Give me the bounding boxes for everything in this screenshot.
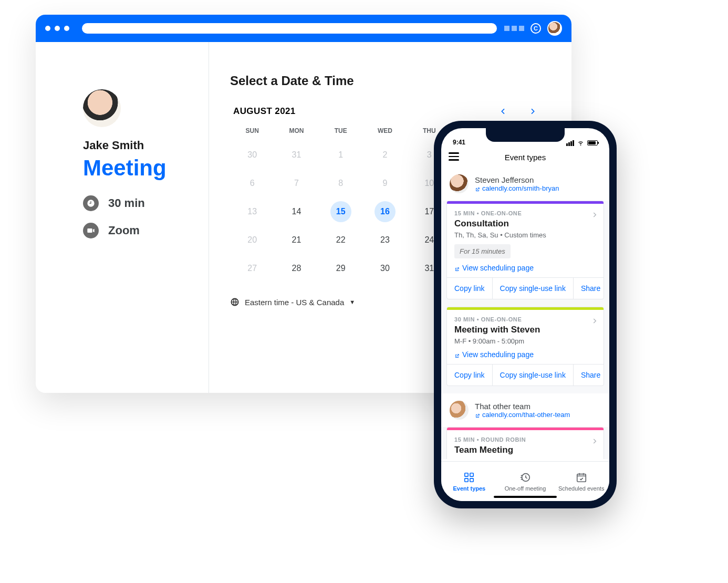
next-month-button[interactable] — [528, 107, 537, 116]
home-indicator[interactable] — [494, 496, 557, 498]
prev-month-button[interactable] — [499, 107, 507, 116]
team-avatar — [450, 401, 469, 420]
calendar-day: 14 — [274, 197, 318, 226]
svg-rect-5 — [577, 474, 586, 482]
event-list[interactable]: Steven Jeffersoncalendly.com/smith-bryan… — [441, 167, 609, 459]
external-link-icon — [475, 412, 480, 418]
calendar-day: 29 — [319, 254, 363, 283]
signal-icon — [566, 140, 574, 146]
app-header: Event types — [441, 148, 609, 167]
card-body[interactable]: 30 MIN • ONE-ON-ONEMeeting with StevenM-… — [447, 310, 604, 364]
location-text: Zoom — [108, 224, 140, 237]
chevron-right-icon — [591, 317, 598, 327]
calendar-day: 21 — [274, 226, 318, 254]
tab-scheduled[interactable]: Scheduled events — [553, 462, 609, 501]
card-action[interactable]: Share — [574, 278, 604, 299]
clock-icon — [83, 195, 99, 211]
view-scheduling-link[interactable]: View scheduling page — [454, 264, 596, 272]
tab-one-off[interactable]: One-off meeting — [497, 462, 554, 501]
card-action[interactable]: Copy link — [447, 278, 493, 299]
card-body[interactable]: 15 MIN • ROUND ROBINTeam Meeting — [447, 430, 604, 459]
user-avatar — [450, 174, 469, 193]
card-note: For 15 minutes — [454, 244, 511, 258]
host-avatar — [83, 89, 121, 127]
card-action[interactable]: Copy link — [447, 365, 493, 386]
calendar-day: 30 — [363, 254, 407, 283]
brand-icon[interactable]: C — [531, 23, 541, 34]
browser-toolbar: C — [36, 15, 571, 42]
card-body[interactable]: 15 MIN • ONE-ON-ONEConsultationTh, Th, S… — [447, 204, 604, 277]
user-link[interactable]: calendly.com/smith-bryan — [475, 184, 559, 192]
calendar-day: 7 — [274, 169, 318, 197]
calendar-day: 22 — [319, 226, 363, 254]
external-link-icon — [475, 186, 480, 191]
card-action[interactable]: Share — [574, 365, 604, 386]
card-subtitle: M-F • 9:00am - 5:00pm — [454, 337, 596, 345]
select-date-heading: Select a Date & Time — [230, 74, 540, 88]
toolbar-right: C — [504, 21, 562, 36]
tab-bar: Event types One-off meeting Scheduled ev… — [441, 461, 609, 501]
battery-icon — [587, 140, 598, 145]
card-action[interactable]: Copy single-use link — [493, 365, 574, 386]
dow-label: SUN — [230, 123, 274, 141]
team-name: That other team — [475, 402, 570, 411]
dow-label: MON — [274, 123, 318, 141]
tab-event-types[interactable]: Event types — [441, 462, 497, 501]
calendar-day: 27 — [230, 254, 274, 283]
app-title: Event types — [505, 153, 546, 162]
phone-screen: 9:41 Event types Steven Jeffersoncalendl… — [441, 128, 609, 501]
host-name: Jake Smith — [83, 139, 192, 152]
team-link[interactable]: calendly.com/that-other-team — [475, 411, 570, 419]
card-action[interactable]: Copy single-use link — [493, 278, 574, 299]
calendar-day: 23 — [363, 226, 407, 254]
card-title: Consultation — [454, 218, 596, 229]
window-controls[interactable] — [45, 26, 69, 31]
calendar-day[interactable]: 16 — [363, 197, 407, 226]
tab-label: Event types — [453, 485, 485, 492]
svg-rect-3 — [470, 478, 473, 481]
timezone-text: Eastern time - US & Canada — [245, 298, 344, 307]
view-scheduling-link[interactable]: View scheduling page — [454, 350, 596, 359]
menu-button[interactable] — [449, 152, 459, 161]
calendar-day: 8 — [319, 169, 363, 197]
calendar-day: 9 — [363, 169, 407, 197]
duration-row: 30 min — [83, 195, 192, 211]
card-title: Meeting with Steven — [454, 325, 596, 335]
user-row[interactable]: Steven Jeffersoncalendly.com/smith-bryan — [441, 167, 609, 201]
event-card: 30 MIN • ONE-ON-ONEMeeting with StevenM-… — [446, 307, 604, 386]
wifi-icon — [577, 140, 585, 146]
event-card-peek: 15 MIN • ROUND ROBINTeam Meeting — [446, 427, 604, 459]
caret-down-icon: ▼ — [349, 299, 355, 305]
card-subtitle: Th, Th, Sa, Su • Custom times — [454, 231, 596, 239]
phone-notch — [486, 128, 565, 142]
status-time: 9:41 — [453, 139, 465, 146]
dow-label: WED — [363, 123, 407, 141]
calendar-day: 1 — [319, 141, 363, 169]
month-label: AUGUST 2021 — [233, 106, 296, 117]
event-title: Meeting — [83, 155, 192, 181]
chevron-right-icon — [591, 438, 598, 447]
event-sidebar: Jake Smith Meeting 30 min Zoom — [36, 42, 209, 393]
event-card: 15 MIN • ONE-ON-ONEConsultationTh, Th, S… — [446, 201, 604, 299]
calendar-day: 28 — [274, 254, 318, 283]
location-row: Zoom — [83, 223, 192, 238]
calendar-day: 13 — [230, 197, 274, 226]
profile-avatar[interactable] — [547, 21, 562, 36]
duration-text: 30 min — [108, 196, 145, 210]
toolbar-squares-icon — [504, 26, 524, 31]
address-bar[interactable] — [82, 23, 497, 34]
team-row[interactable]: That other teamcalendly.com/that-other-t… — [441, 393, 609, 427]
card-actions: Copy linkCopy single-use linkShare — [447, 277, 604, 299]
calendar-day: 31 — [274, 141, 318, 169]
calendar-day: 30 — [230, 141, 274, 169]
video-icon — [83, 223, 99, 238]
user-name: Steven Jefferson — [475, 175, 559, 184]
external-link-icon — [454, 265, 460, 270]
card-meta: 30 MIN • ONE-ON-ONE — [454, 316, 596, 322]
card-title: Team Meeting — [454, 445, 596, 455]
card-meta: 15 MIN • ONE-ON-ONE — [454, 210, 596, 216]
dow-label: TUE — [319, 123, 363, 141]
chevron-right-icon — [591, 211, 598, 221]
calendar-day: 6 — [230, 169, 274, 197]
calendar-day[interactable]: 15 — [319, 197, 363, 226]
